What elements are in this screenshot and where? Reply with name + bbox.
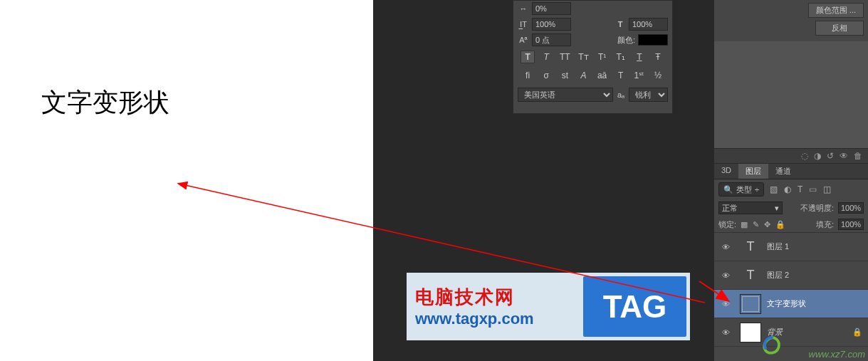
trash-icon[interactable]: 🗑 (854, 151, 862, 161)
layer-row-4-background[interactable]: 👁 背景 🔒 (714, 318, 868, 347)
filter-adjust-icon[interactable]: ◐ (784, 184, 791, 194)
clip-icon[interactable]: ◌ (801, 151, 808, 161)
layer-name: 文字变形状 (767, 298, 865, 309)
panel-footer-icons: ◌ ◑ ↺ 👁 🗑 (714, 148, 868, 164)
small-caps-button[interactable]: Tᴛ (576, 51, 590, 63)
right-panel-area: 颜色范围 ... 反相 ◌ ◑ ↺ 👁 🗑 3D 图层 通道 🔍 类型 ÷ ▧ … (713, 0, 868, 361)
character-panel: ↔ I̲T T Aª 颜色: T T TT Tᴛ T¹ T₁ T Ŧ fi σ … (513, 0, 673, 114)
blend-mode-select[interactable]: 正常▾ (718, 202, 783, 214)
watermark-url: www.tagxp.com (415, 310, 583, 328)
filter-type-icon[interactable]: T (798, 184, 802, 194)
antialias-icon: aₐ (617, 90, 624, 100)
contextual-alt-button[interactable]: σ (539, 69, 553, 82)
search-icon: 🔍 (723, 185, 733, 194)
background-thumb (740, 323, 761, 342)
credit-swirl-icon (761, 335, 783, 357)
opacity-input[interactable]: 100% (838, 202, 864, 214)
opacity-label: 不透明度: (800, 203, 834, 214)
watermark-title: 电脑技术网 (415, 285, 583, 310)
vertical-scale-icon: I̲T (518, 19, 529, 30)
shape-layer-thumb (740, 294, 761, 314)
filter-shape-icon[interactable]: ▭ (809, 184, 817, 194)
lock-label: 锁定: (718, 219, 736, 230)
lock-icon: 🔒 (852, 328, 865, 337)
horizontal-scale-icon: T (615, 19, 626, 30)
layer-row-2[interactable]: 👁 T 图层 2 (714, 261, 868, 290)
swash-button[interactable]: A (576, 69, 590, 82)
eye-icon[interactable]: 👁 (722, 328, 730, 337)
type-layer-thumb: T (740, 266, 761, 286)
filter-pixel-icon[interactable]: ▧ (770, 184, 778, 194)
layer-filter-row: 🔍 类型 ÷ ▧ ◐ T ▭ ◫ (714, 179, 868, 199)
stylistic-alt-button[interactable]: aā (595, 69, 610, 82)
strikethrough-button[interactable]: Ŧ (651, 51, 665, 63)
fractions-button[interactable]: ½ (651, 69, 665, 82)
fill-input[interactable]: 100% (838, 219, 864, 230)
credit-text: www.xz7.com (809, 349, 865, 360)
filter-smart-icon[interactable]: ◫ (823, 184, 831, 194)
superscript-button[interactable]: T¹ (595, 51, 610, 63)
ordinals-button[interactable]: 1ˢᵗ (632, 69, 647, 82)
lock-position-icon[interactable]: ✥ (764, 220, 770, 229)
all-caps-button[interactable]: TT (558, 51, 572, 63)
language-select[interactable]: 美国英语 (518, 88, 613, 102)
tracking-input[interactable] (532, 2, 571, 15)
faux-bold-button[interactable]: T (521, 51, 535, 63)
vertical-scale-input[interactable] (532, 18, 571, 31)
visibility-icon[interactable]: 👁 (840, 151, 848, 161)
ligatures-button[interactable]: fi (521, 69, 535, 82)
blend-mode-row: 正常▾ 不透明度: 100% (714, 199, 868, 216)
layer-name: 图层 1 (767, 241, 865, 252)
color-label: 颜色: (617, 35, 635, 46)
layer-name: 图层 2 (767, 270, 865, 281)
canvas-text-object[interactable]: 文字变形状 (41, 85, 169, 120)
antialias-select[interactable]: 锐利 (629, 88, 668, 102)
layer-row-3-selected[interactable]: 👁 文字变形状 (714, 290, 868, 318)
filter-kind-select[interactable]: 🔍 类型 ÷ (718, 182, 764, 197)
layers-tab-bar: 3D 图层 通道 (714, 164, 868, 179)
type-layer-thumb: T (740, 237, 761, 257)
reset-icon[interactable]: ↺ (827, 151, 834, 161)
text-color-swatch[interactable] (638, 34, 668, 46)
lock-pixels-icon[interactable]: ✎ (753, 220, 759, 229)
underline-button[interactable]: T (632, 51, 647, 63)
eye-icon[interactable]: 👁 (722, 271, 730, 280)
tab-channels[interactable]: 通道 (768, 164, 798, 179)
fill-label: 填充: (816, 219, 834, 230)
layer-row-1[interactable]: 👁 T 图层 1 (714, 233, 868, 261)
subscript-button[interactable]: T₁ (614, 51, 628, 63)
adjustments-empty-area (714, 41, 868, 148)
tab-layers[interactable]: 图层 (738, 164, 768, 179)
watermark-tag-badge: TAG (583, 276, 686, 337)
baseline-shift-input[interactable] (532, 33, 571, 46)
color-range-button[interactable]: 颜色范围 ... (808, 3, 864, 18)
view-icon[interactable]: ◑ (814, 151, 821, 161)
discretionary-lig-button[interactable]: st (558, 69, 572, 82)
lock-transparent-icon[interactable]: ▩ (741, 220, 748, 229)
eye-icon[interactable]: 👁 (722, 243, 730, 251)
lock-all-icon[interactable]: 🔒 (775, 220, 785, 229)
baseline-shift-icon: Aª (518, 34, 529, 46)
tracking-icon: ↔ (518, 3, 529, 14)
titling-alt-button[interactable]: T (614, 69, 628, 82)
document-canvas-area: 文字变形状 (0, 0, 373, 361)
layers-list: 👁 T 图层 1 👁 T 图层 2 👁 文字变形状 👁 背景 🔒 (714, 232, 868, 347)
watermark-banner: 电脑技术网 www.tagxp.com TAG (407, 273, 690, 340)
horizontal-scale-input[interactable] (629, 18, 668, 31)
tab-3d[interactable]: 3D (714, 164, 738, 179)
lock-row: 锁定: ▩ ✎ ✥ 🔒 填充: 100% (714, 216, 868, 232)
invert-button[interactable]: 反相 (815, 21, 864, 36)
dropdown-icon: ÷ (755, 185, 759, 194)
faux-italic-button[interactable]: T (539, 51, 553, 63)
eye-icon[interactable]: 👁 (722, 300, 730, 308)
